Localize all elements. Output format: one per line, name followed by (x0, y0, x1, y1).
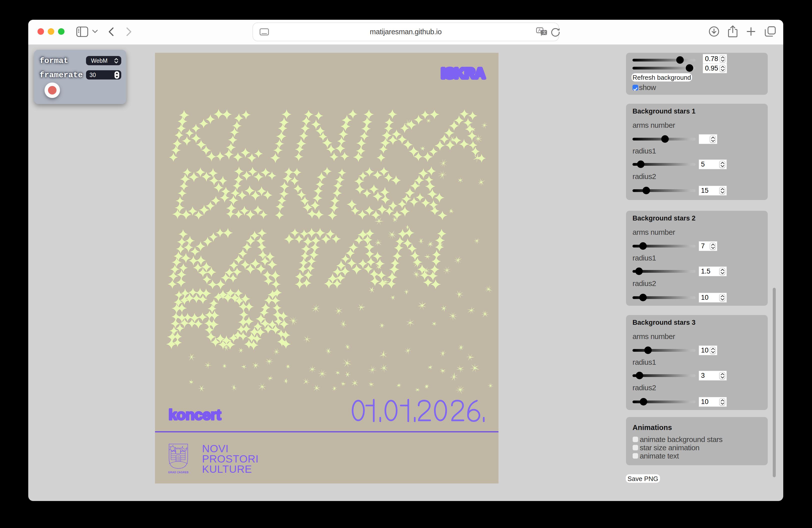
svg-text:koncert: koncert (169, 406, 221, 423)
svg-text:ISKRA: ISKRA (441, 65, 485, 81)
svg-text:文: 文 (542, 30, 547, 34)
svg-text:A: A (538, 28, 541, 33)
svg-text:GRAD ZAGREB: GRAD ZAGREB (168, 471, 189, 474)
svg-text:KULTURE: KULTURE (202, 463, 252, 475)
